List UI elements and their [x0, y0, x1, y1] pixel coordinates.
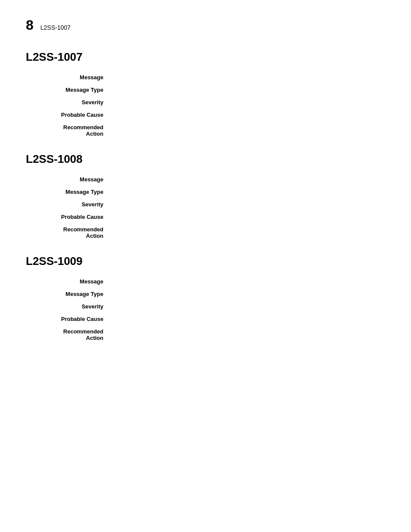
field-value	[112, 189, 385, 195]
field-label: RecommendedAction	[26, 328, 112, 341]
field-row: Probable Cause	[26, 112, 385, 118]
section-L2SS-1009: L2SS-1009MessageMessage TypeSeverityProb…	[26, 255, 385, 341]
field-label: Message	[26, 278, 112, 285]
field-row: Severity	[26, 99, 385, 106]
section-title-L2SS-1008: L2SS-1008	[26, 152, 385, 166]
field-row: Message Type	[26, 189, 385, 195]
field-value	[112, 124, 385, 137]
field-row: Message Type	[26, 291, 385, 297]
field-value	[112, 201, 385, 208]
field-row: Message	[26, 176, 385, 183]
field-row: Probable Cause	[26, 214, 385, 220]
field-label: RecommendedAction	[26, 226, 112, 239]
field-row: Message Type	[26, 87, 385, 93]
field-value	[112, 87, 385, 93]
field-row: Message	[26, 74, 385, 81]
field-value	[112, 74, 385, 81]
field-row: Message	[26, 278, 385, 285]
field-label: Probable Cause	[26, 112, 112, 118]
field-row: Probable Cause	[26, 316, 385, 322]
field-label: Message	[26, 74, 112, 81]
field-label: Message Type	[26, 189, 112, 195]
field-row: RecommendedAction	[26, 328, 385, 341]
field-value	[112, 316, 385, 322]
field-row: Severity	[26, 201, 385, 208]
field-label: Message	[26, 176, 112, 183]
section-title-L2SS-1009: L2SS-1009	[26, 255, 385, 268]
field-row: RecommendedAction	[26, 226, 385, 239]
page-number: 8	[26, 17, 34, 33]
field-value	[112, 99, 385, 106]
field-label: Severity	[26, 303, 112, 310]
field-row: Severity	[26, 303, 385, 310]
field-row: RecommendedAction	[26, 124, 385, 137]
sections-container: L2SS-1007MessageMessage TypeSeverityProb…	[26, 50, 385, 341]
field-value	[112, 176, 385, 183]
section-L2SS-1008: L2SS-1008MessageMessage TypeSeverityProb…	[26, 152, 385, 239]
field-value	[112, 278, 385, 285]
field-value	[112, 226, 385, 239]
field-label: RecommendedAction	[26, 124, 112, 137]
field-value	[112, 214, 385, 220]
section-title-L2SS-1007: L2SS-1007	[26, 50, 385, 64]
field-value	[112, 291, 385, 297]
field-value	[112, 303, 385, 310]
header-code: L2SS-1007	[40, 24, 71, 31]
field-label: Probable Cause	[26, 214, 112, 220]
field-label: Message Type	[26, 87, 112, 93]
field-label: Severity	[26, 99, 112, 106]
field-label: Probable Cause	[26, 316, 112, 322]
page-header: 8 L2SS-1007	[26, 17, 385, 33]
field-label: Message Type	[26, 291, 112, 297]
field-value	[112, 328, 385, 341]
field-value	[112, 112, 385, 118]
field-label: Severity	[26, 201, 112, 208]
section-L2SS-1007: L2SS-1007MessageMessage TypeSeverityProb…	[26, 50, 385, 137]
